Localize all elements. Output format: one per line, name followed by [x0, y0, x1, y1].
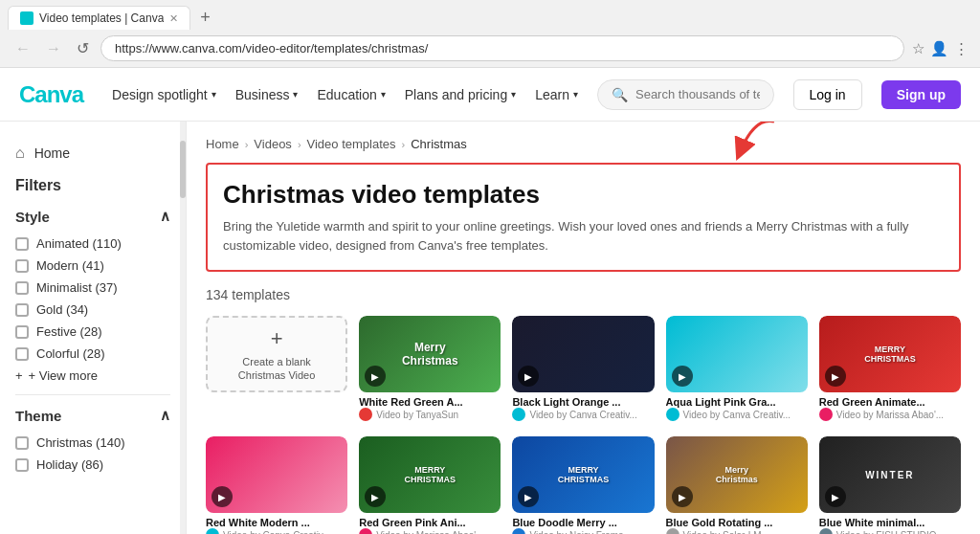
- template-info-2: Black Light Orange ... Video by Canva Cr…: [512, 392, 654, 425]
- tab-close-button[interactable]: ✕: [169, 12, 178, 25]
- template-info-5: Red White Modern ... Video by Canva Crea…: [206, 513, 347, 534]
- checkbox-minimalist[interactable]: [15, 281, 29, 295]
- url-bar[interactable]: [100, 35, 904, 61]
- template-info-6: Red Green Pink Ani... Video by Marissa A…: [359, 513, 501, 534]
- tab-label: Video templates | Canva: [39, 11, 164, 25]
- nav-education[interactable]: Education ▾: [317, 87, 385, 102]
- style-section-header[interactable]: Style ∧: [15, 208, 170, 225]
- filter-minimalist[interactable]: Minimalist (37): [15, 280, 170, 295]
- profile-button[interactable]: 👤: [930, 40, 948, 57]
- breadcrumb-home[interactable]: Home: [206, 137, 239, 151]
- filters-title: Filters: [15, 177, 170, 194]
- menu-button[interactable]: ⋮: [954, 40, 969, 57]
- template-info-7: Blue Doodle Merry ... Video by Noisy Fra…: [512, 513, 654, 534]
- logo-text: Canva: [19, 81, 83, 107]
- play-button[interactable]: ▶: [825, 366, 846, 387]
- play-button[interactable]: ▶: [212, 486, 233, 507]
- template-card-2[interactable]: ▶ Black Light Orange ... Video by Canva …: [512, 316, 654, 425]
- browser-actions: ☆ 👤 ⋮: [912, 40, 969, 57]
- template-card-4[interactable]: MERRYCHRISTMAS ▶ Red Green Animate... Vi…: [819, 316, 961, 425]
- nav-learn[interactable]: Learn ▾: [535, 87, 578, 102]
- template-thumb-1: MerryChristmas ▶: [359, 316, 501, 392]
- author-avatar-2: [512, 408, 525, 421]
- author-avatar-4: [819, 408, 833, 421]
- checkbox-christmas[interactable]: [15, 436, 29, 450]
- play-button[interactable]: ▶: [518, 366, 539, 387]
- play-button[interactable]: ▶: [365, 366, 386, 387]
- checkbox-modern[interactable]: [15, 259, 29, 273]
- template-name-4: Red Green Animate...: [819, 396, 961, 408]
- nav-business[interactable]: Business ▾: [235, 87, 299, 102]
- reload-button[interactable]: ↺: [73, 37, 93, 59]
- play-button[interactable]: ▶: [365, 486, 386, 507]
- create-blank-thumb[interactable]: + Create a blank Christmas Video: [206, 316, 347, 392]
- checkbox-colorful[interactable]: [15, 347, 29, 361]
- filter-festive[interactable]: Festive (28): [15, 324, 170, 339]
- search-input[interactable]: [635, 87, 760, 101]
- chevron-down-icon: ▾: [573, 89, 578, 100]
- template-grid-row2: ▶ Red White Modern ... Video by Canva Cr…: [206, 436, 961, 534]
- play-button[interactable]: ▶: [518, 486, 539, 507]
- scrollbar-thumb: [180, 141, 186, 198]
- breadcrumb-videos[interactable]: Videos: [254, 137, 292, 151]
- create-blank-card[interactable]: + Create a blank Christmas Video: [206, 316, 347, 425]
- new-tab-button[interactable]: +: [194, 8, 216, 28]
- browser-chrome: Video templates | Canva ✕ + ← → ↺ ☆ 👤 ⋮: [0, 0, 980, 68]
- checkbox-festive[interactable]: [15, 325, 29, 339]
- play-button[interactable]: ▶: [672, 366, 693, 387]
- bookmark-button[interactable]: ☆: [912, 40, 924, 57]
- template-author-6: Video by Marissa Abao'...: [359, 528, 501, 534]
- theme-section-header[interactable]: Theme ∧: [15, 407, 170, 424]
- chevron-down-icon: ▾: [381, 89, 386, 100]
- section-divider: [15, 394, 170, 395]
- template-name-5: Red White Modern ...: [206, 517, 347, 528]
- filter-holiday[interactable]: Holiday (86): [15, 457, 170, 472]
- nav-plans-pricing[interactable]: Plans and pricing ▾: [405, 87, 516, 102]
- template-card-3[interactable]: ▶ Aqua Light Pink Gra... Video by Canva …: [666, 316, 808, 425]
- back-button[interactable]: ←: [11, 38, 34, 59]
- play-button[interactable]: ▶: [825, 486, 846, 507]
- filter-colorful[interactable]: Colorful (28): [15, 346, 170, 361]
- checkbox-gold[interactable]: [15, 303, 29, 317]
- author-avatar-3: [666, 408, 679, 421]
- template-card-5[interactable]: ▶ Red White Modern ... Video by Canva Cr…: [206, 436, 347, 534]
- signup-button[interactable]: Sign up: [881, 80, 961, 109]
- template-grid-row1: + Create a blank Christmas Video MerryCh…: [206, 316, 961, 425]
- template-name-7: Blue Doodle Merry ...: [512, 517, 654, 528]
- filter-gold[interactable]: Gold (34): [15, 302, 170, 317]
- filter-modern[interactable]: Modern (41): [15, 258, 170, 273]
- play-button[interactable]: ▶: [672, 486, 693, 507]
- template-card-1[interactable]: MerryChristmas ▶ White Red Green A... Vi…: [359, 316, 501, 425]
- author-avatar-9: [819, 528, 833, 534]
- template-name-1: White Red Green A...: [359, 396, 501, 408]
- template-info-1: White Red Green A... Video by TanyaSun: [359, 392, 501, 425]
- filter-animated[interactable]: Animated (110): [15, 236, 170, 251]
- view-more-button[interactable]: + + View more: [15, 368, 170, 383]
- template-card-8[interactable]: MerryChristmas ▶ Blue Gold Rotating ... …: [666, 436, 808, 534]
- canva-logo[interactable]: Canva: [19, 81, 83, 108]
- checkbox-holiday[interactable]: [15, 458, 29, 472]
- filter-christmas[interactable]: Christmas (140): [15, 435, 170, 450]
- sidebar-home[interactable]: ⌂ Home: [15, 137, 170, 169]
- template-thumb-2: ▶: [512, 316, 654, 392]
- template-author-2: Video by Canva Creativ...: [512, 408, 654, 421]
- forward-button[interactable]: →: [42, 38, 65, 59]
- breadcrumb-video-templates[interactable]: Video templates: [307, 137, 396, 151]
- checkbox-animated[interactable]: [15, 237, 29, 251]
- collapse-icon: ∧: [160, 208, 170, 225]
- search-bar[interactable]: 🔍: [597, 79, 774, 110]
- template-card-6[interactable]: MERRYCHRISTMAS ▶ Red Green Pink Ani... V…: [359, 436, 501, 534]
- login-button[interactable]: Log in: [793, 79, 862, 110]
- author-avatar-5: [206, 528, 219, 534]
- template-author-8: Video by Solar-LM: [666, 528, 808, 534]
- sidebar-scrollbar[interactable]: [180, 122, 186, 534]
- page-title: Christmas video templates: [223, 180, 944, 210]
- template-card-7[interactable]: MERRYCHRISTMAS ▶ Blue Doodle Merry ... V…: [512, 436, 654, 534]
- template-card-9[interactable]: WINTER ▶ Blue White minimal... Video by …: [819, 436, 961, 534]
- main-content: Home › Videos › Video templates › Christ…: [187, 122, 980, 534]
- template-name-9: Blue White minimal...: [819, 517, 961, 528]
- active-tab[interactable]: Video templates | Canva ✕: [8, 6, 190, 30]
- chevron-down-icon: ▾: [511, 89, 516, 100]
- nav-design-spotlight[interactable]: Design spotlight ▾: [112, 87, 216, 102]
- canva-nav: Canva Design spotlight ▾ Business ▾ Educ…: [0, 68, 980, 122]
